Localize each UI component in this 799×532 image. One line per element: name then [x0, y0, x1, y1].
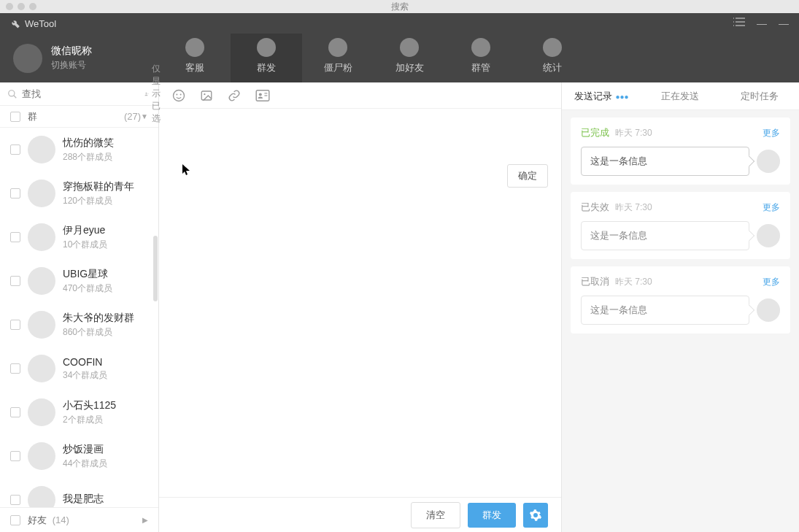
groups-count: (27) [124, 111, 141, 122]
record-more-link[interactable]: 更多 [763, 276, 780, 288]
group-name: 朱大爷的发财群 [63, 312, 134, 325]
maximize-window[interactable] [29, 3, 36, 10]
right-body[interactable]: 已完成 昨天 7:30 更多 这是一条信息 已失效 昨天 7:30 更多 这是一… [562, 110, 799, 532]
right-tab-0[interactable]: 发送记录 ●●● [562, 90, 641, 103]
editor-panel: 确定 清空 群发 [159, 82, 562, 532]
groups-select-all-checkbox[interactable] [10, 112, 20, 122]
settings-button[interactable] [523, 503, 548, 528]
group-meta: 120个群成员 [63, 195, 134, 207]
group-name: COOFIN [63, 356, 107, 368]
record-message: 这是一条信息 [581, 147, 749, 176]
group-checkbox[interactable] [10, 495, 20, 505]
list-icon[interactable] [733, 18, 745, 29]
group-item[interactable]: 伊月eyue 10个群成员 [0, 215, 158, 259]
group-item[interactable]: 朱大爷的发财群 860个群成员 [0, 303, 158, 347]
nav-tab-icon [257, 38, 276, 57]
group-list[interactable]: 忧伤的微笑 288个群成员 穿拖板鞋的青年 120个群成员 伊月eyue 10个… [0, 128, 158, 507]
group-checkbox[interactable] [10, 451, 20, 461]
chevron-right-icon[interactable]: ▶ [142, 516, 148, 524]
card-icon[interactable] [255, 90, 270, 101]
group-checkbox[interactable] [10, 363, 20, 374]
record-time: 昨天 7:30 [615, 127, 763, 139]
group-avatar [28, 180, 55, 207]
group-avatar [28, 223, 55, 251]
send-button[interactable]: 群发 [468, 503, 516, 528]
friends-count: (14) [53, 514, 69, 525]
nav-tab-2[interactable]: 僵尸粉 [302, 34, 374, 82]
record-message: 这是一条信息 [581, 221, 749, 250]
sidebar-search: 仅显示已选 [0, 82, 158, 106]
group-meta: 34个群成员 [63, 369, 107, 382]
nav-tab-label: 群管 [471, 61, 490, 74]
group-meta: 860个群成员 [63, 326, 134, 339]
nav-tab-4[interactable]: 群管 [445, 34, 517, 82]
nav-tab-0[interactable]: 客服 [159, 34, 231, 82]
record-card: 已完成 昨天 7:30 更多 这是一条信息 [571, 117, 790, 185]
wrench-icon [10, 18, 20, 28]
nav-tab-label: 统计 [543, 61, 562, 74]
restore-icon[interactable]: — [779, 18, 789, 29]
chevron-down-icon[interactable]: ▼ [141, 112, 148, 120]
svg-point-2 [145, 92, 147, 93]
group-checkbox[interactable] [10, 144, 20, 155]
link-icon[interactable] [228, 89, 241, 102]
friends-section-title: 好友 [28, 514, 47, 525]
right-tabs: 发送记录 ●●●正在发送定时任务 [562, 82, 799, 110]
nav-tab-label: 僵尸粉 [324, 61, 352, 74]
group-item[interactable]: COOFIN 34个群成员 [0, 347, 158, 390]
emoji-icon[interactable] [172, 89, 185, 102]
group-item[interactable]: 穿拖板鞋的青年 120个群成员 [0, 171, 158, 215]
record-status: 已取消 [581, 275, 609, 288]
record-avatar [757, 298, 780, 322]
image-icon[interactable] [200, 89, 213, 102]
svg-line-1 [14, 95, 17, 98]
nav-tab-1[interactable]: 群发 [231, 34, 302, 82]
group-item[interactable]: 我是肥志 [0, 478, 158, 507]
record-card: 已失效 昨天 7:30 更多 这是一条信息 [571, 192, 790, 259]
svg-point-5 [180, 93, 182, 95]
group-name: UBIG星球 [63, 268, 112, 281]
right-tab-1[interactable]: 正在发送 [641, 90, 719, 103]
switch-account-link[interactable]: 切换账号 [51, 59, 92, 72]
group-meta: 288个群成员 [63, 151, 114, 163]
nav-tab-icon [543, 38, 562, 57]
friends-select-all-checkbox[interactable] [10, 515, 20, 525]
search-input[interactable] [22, 88, 144, 99]
nav-tab-icon [328, 38, 347, 57]
nav-tab-5[interactable]: 统计 [517, 34, 588, 82]
group-item[interactable]: 小石头1125 2个群成员 [0, 390, 158, 434]
editor-area[interactable]: 确定 [159, 109, 561, 497]
group-checkbox[interactable] [10, 276, 20, 286]
close-window[interactable] [6, 3, 13, 10]
right-tab-2[interactable]: 定时任务 [720, 90, 799, 103]
minimize-window[interactable] [18, 3, 25, 10]
group-checkbox[interactable] [10, 188, 20, 198]
brand-label: WeTool [25, 18, 56, 29]
record-more-link[interactable]: 更多 [763, 127, 780, 139]
group-item[interactable]: UBIG星球 470个群成员 [0, 259, 158, 303]
record-more-link[interactable]: 更多 [763, 201, 780, 214]
svg-point-9 [259, 93, 262, 96]
groups-section-header[interactable]: 群 (27) ▼ [0, 106, 158, 128]
friends-section-header[interactable]: 好友 (14) ▶ [0, 507, 158, 532]
group-item[interactable]: 忧伤的微笑 288个群成员 [0, 128, 158, 171]
group-avatar [28, 486, 55, 507]
scrollbar-thumb[interactable] [153, 236, 158, 301]
svg-point-7 [204, 93, 205, 95]
confirm-button[interactable]: 确定 [507, 164, 548, 188]
group-checkbox[interactable] [10, 320, 20, 330]
minimize-icon[interactable]: — [757, 18, 767, 29]
group-name: 忧伤的微笑 [63, 136, 114, 150]
clear-button[interactable]: 清空 [411, 502, 460, 528]
profile-name: 微信昵称 [51, 45, 92, 58]
editor-toolbar [159, 82, 561, 109]
profile-avatar[interactable] [13, 44, 42, 73]
record-status: 已完成 [581, 126, 609, 139]
group-checkbox[interactable] [10, 232, 20, 242]
nav-tab-3[interactable]: 加好友 [374, 34, 445, 82]
group-checkbox[interactable] [10, 407, 20, 417]
titlebar-search-label[interactable]: 搜索 [391, 1, 409, 13]
group-meta: 44个群成员 [63, 458, 107, 470]
gear-icon [529, 509, 542, 522]
group-item[interactable]: 炒饭漫画 44个群成员 [0, 434, 158, 478]
